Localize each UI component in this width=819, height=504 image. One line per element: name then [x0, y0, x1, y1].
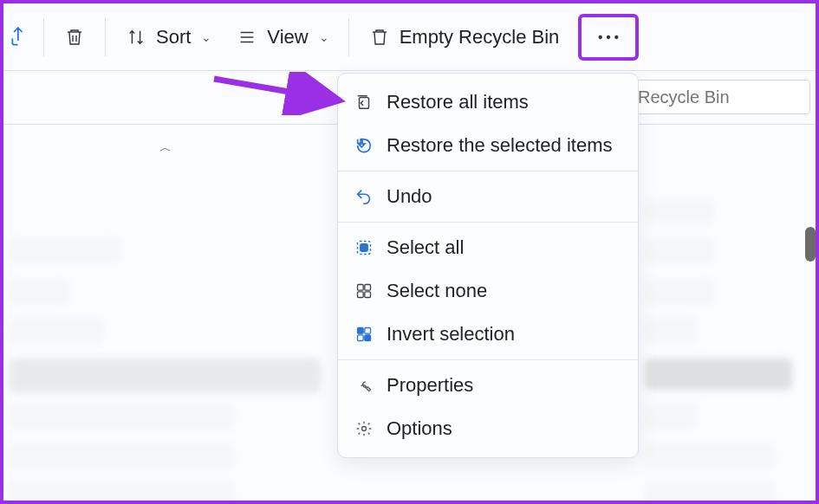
svg-rect-12: [365, 285, 371, 291]
restore-selected-menuitem[interactable]: Restore the selected items: [338, 124, 638, 167]
search-box[interactable]: [628, 80, 810, 114]
list-item: [9, 404, 234, 430]
view-label: View: [267, 26, 308, 48]
svg-rect-9: [361, 244, 367, 251]
sort-button[interactable]: Sort ⌄: [113, 13, 224, 61]
scrollbar-thumb[interactable]: [805, 227, 816, 262]
menu-item-label: Options: [387, 417, 452, 440]
select-none-menuitem[interactable]: Select none: [338, 269, 638, 313]
view-icon: [236, 26, 258, 48]
chevron-down-icon: ⌄: [319, 30, 329, 44]
menu-separator: [338, 359, 638, 360]
menu-item-label: Restore all items: [387, 91, 529, 113]
toolbar-divider: [43, 18, 44, 56]
trash-icon: [368, 26, 391, 48]
select-none-icon: [354, 281, 374, 301]
list-item: [645, 237, 714, 263]
list-item: [645, 317, 697, 343]
list-item: [645, 404, 697, 430]
chevron-up-icon[interactable]: ︿: [159, 140, 172, 156]
list-item: [645, 279, 714, 305]
more-icon: [597, 26, 620, 48]
menu-separator: [338, 171, 638, 171]
view-button[interactable]: View ⌄: [224, 13, 341, 61]
list-item: [9, 279, 69, 305]
svg-point-5: [614, 35, 618, 38]
search-input[interactable]: [636, 87, 819, 108]
wrench-icon: [354, 375, 374, 396]
list-item: [9, 359, 321, 393]
menu-item-label: Select none: [387, 280, 487, 302]
svg-rect-15: [358, 328, 364, 334]
empty-recycle-bin-button[interactable]: Empty Recycle Bin: [356, 13, 572, 61]
toolbar-divider: [348, 18, 349, 56]
options-menuitem[interactable]: Options: [338, 407, 638, 450]
svg-point-3: [599, 35, 602, 38]
share-button[interactable]: [7, 13, 36, 61]
undo-icon: [354, 186, 374, 207]
invert-selection-menuitem[interactable]: Invert selection: [338, 313, 638, 356]
sort-icon: [125, 26, 147, 48]
overflow-menu: Restore all items Restore the selected i…: [337, 73, 639, 458]
menu-item-label: Select all: [387, 236, 464, 259]
trash-icon: [63, 26, 86, 48]
sort-label: Sort: [156, 26, 191, 48]
restore-selected-icon: [354, 135, 374, 156]
list-item: [645, 198, 714, 224]
undo-menuitem[interactable]: Undo: [338, 175, 638, 218]
select-all-menuitem[interactable]: Select all: [338, 226, 638, 269]
svg-rect-16: [365, 328, 371, 334]
gear-icon: [354, 418, 374, 439]
list-item: [9, 481, 234, 504]
restore-all-items-menuitem[interactable]: Restore all items: [338, 81, 638, 124]
list-item: [9, 443, 234, 469]
invert-selection-icon: [354, 324, 374, 345]
chevron-down-icon: ⌄: [201, 30, 211, 44]
svg-rect-11: [358, 285, 364, 291]
more-button[interactable]: [578, 14, 639, 61]
restore-all-icon: [354, 92, 374, 113]
select-all-icon: [354, 237, 374, 258]
list-item: [9, 317, 104, 343]
list-item: [645, 481, 775, 504]
toolbar-divider: [105, 18, 106, 56]
svg-rect-13: [358, 292, 364, 298]
svg-point-19: [362, 427, 367, 431]
menu-item-label: Undo: [387, 185, 432, 208]
command-bar: Sort ⌄ View ⌄ Empty Recycle Bin: [3, 3, 816, 71]
svg-rect-14: [365, 292, 371, 298]
menu-item-label: Properties: [387, 374, 473, 397]
menu-item-label: Invert selection: [387, 323, 515, 346]
svg-point-4: [607, 35, 610, 38]
list-item: [645, 443, 775, 469]
list-item: [645, 359, 792, 390]
empty-recycle-bin-label: Empty Recycle Bin: [400, 26, 560, 48]
svg-rect-17: [358, 335, 364, 341]
svg-rect-18: [365, 335, 371, 341]
menu-separator: [338, 222, 638, 223]
delete-button[interactable]: [51, 13, 98, 61]
menu-item-label: Restore the selected items: [387, 134, 612, 157]
list-item: [9, 237, 121, 263]
share-icon: [9, 26, 31, 48]
properties-menuitem[interactable]: Properties: [338, 364, 638, 407]
